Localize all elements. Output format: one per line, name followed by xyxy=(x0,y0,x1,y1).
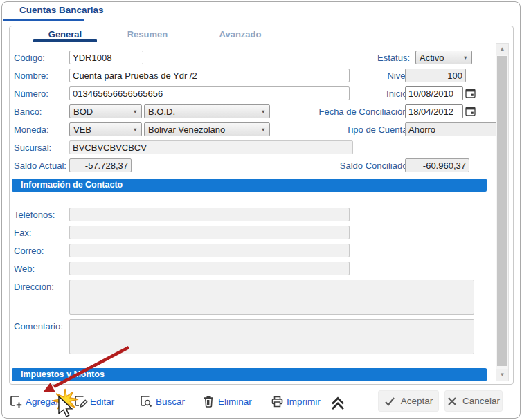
nivel-label: Nivel: xyxy=(292,71,410,81)
nivel-input[interactable] xyxy=(405,69,466,82)
numero-label: Número: xyxy=(14,89,48,99)
chevron-down-icon: ▼ xyxy=(261,127,266,133)
calendar-icon[interactable] xyxy=(465,106,476,116)
printer-icon[interactable] xyxy=(270,394,285,409)
buscar-button[interactable]: Buscar xyxy=(156,396,185,407)
saldo-conciliado-label: Saldo Conciliado: xyxy=(292,161,410,171)
correo-input[interactable] xyxy=(69,244,350,257)
estatus-value: Activo xyxy=(420,53,444,63)
banco-code-value: BOD xyxy=(73,107,93,117)
codigo-label: Código: xyxy=(14,53,45,63)
window-title-underline xyxy=(3,19,84,21)
check-icon xyxy=(384,396,395,406)
moneda-name-dropdown[interactable]: Bolivar Venezolano ▼ xyxy=(144,122,270,136)
eliminar-button[interactable]: Eliminar xyxy=(218,396,252,407)
scroll-up-button[interactable]: ▲ xyxy=(496,44,508,55)
inicio-label: Inicio: xyxy=(292,89,410,99)
imprimir-button[interactable]: Imprimir xyxy=(287,396,321,407)
saldo-actual-input[interactable] xyxy=(69,158,132,172)
scroll-down-button[interactable]: ▼ xyxy=(496,369,508,381)
moneda-code-value: VEB xyxy=(73,125,91,135)
chevron-down-icon: ▼ xyxy=(133,127,138,133)
moneda-code-dropdown[interactable]: VEB ▼ xyxy=(69,122,142,136)
nombre-label: Nombre: xyxy=(14,71,48,81)
fax-label: Fax: xyxy=(14,228,31,238)
section-header-informacion-contacto: Información de Contacto xyxy=(12,179,487,192)
banco-label: Banco: xyxy=(14,107,42,117)
comentario-label: Comentario: xyxy=(14,321,63,331)
tab-resumen[interactable]: Resumen xyxy=(116,29,179,39)
section-header-impuestos-montos: Impuestos y Montos xyxy=(12,368,487,381)
sucursal-input[interactable] xyxy=(69,140,353,154)
close-icon xyxy=(447,396,457,406)
tab-general-underline xyxy=(33,39,97,42)
chevron-down-icon: ▼ xyxy=(463,55,468,61)
agregar-button[interactable]: Agregar xyxy=(26,396,59,407)
tipo-cuenta-label: Tipo de Cuenta: xyxy=(292,125,410,135)
cancelar-button[interactable]: Cancelar xyxy=(444,390,503,412)
sucursal-label: Sucursal: xyxy=(14,143,51,153)
saldo-conciliado-input[interactable] xyxy=(405,158,469,172)
add-icon[interactable] xyxy=(9,394,24,409)
codigo-input[interactable] xyxy=(69,51,143,64)
aceptar-label: Aceptar xyxy=(401,396,433,406)
estatus-dropdown[interactable]: Activo ▼ xyxy=(415,51,472,64)
cancelar-label: Cancelar xyxy=(462,396,500,406)
direccion-label: Dirección: xyxy=(14,282,54,292)
telefonos-input[interactable] xyxy=(69,208,350,221)
moneda-label: Moneda: xyxy=(14,125,49,135)
aceptar-button[interactable]: Aceptar xyxy=(378,390,439,412)
cuentas-bancarias-dialog: Cuentas Bancarias General Resumen Avanza… xyxy=(0,0,522,420)
banco-name-value: B.O.D. xyxy=(148,107,175,117)
edit-icon[interactable] xyxy=(73,394,88,409)
collapse-chevrons-icon[interactable] xyxy=(328,392,348,412)
tab-general[interactable]: General xyxy=(33,29,97,39)
direccion-textarea[interactable] xyxy=(69,280,474,315)
trash-icon[interactable] xyxy=(201,394,216,409)
fax-input[interactable] xyxy=(69,226,350,239)
chevron-down-icon: ▼ xyxy=(133,109,138,115)
scrollbar-thumb[interactable] xyxy=(497,56,507,366)
vertical-scrollbar[interactable]: ▲ ▼ xyxy=(496,43,509,381)
estatus-label: Estatus: xyxy=(292,53,410,63)
moneda-name-value: Bolivar Venezolano xyxy=(148,125,225,135)
web-input[interactable] xyxy=(69,262,350,275)
editar-button[interactable]: Editar xyxy=(90,396,114,407)
chevron-down-icon: ▼ xyxy=(261,109,266,115)
calendar-icon[interactable] xyxy=(465,88,476,98)
inicio-date-input[interactable] xyxy=(405,86,463,100)
search-icon[interactable] xyxy=(139,394,154,409)
tipo-cuenta-input[interactable] xyxy=(405,122,497,136)
tab-avanzado[interactable]: Avanzado xyxy=(208,29,272,39)
window-title-tab[interactable]: Cuentas Bancarias xyxy=(19,5,104,15)
correo-label: Correo: xyxy=(14,246,44,256)
comentario-textarea[interactable] xyxy=(69,319,474,354)
web-label: Web: xyxy=(14,264,35,274)
telefonos-label: Teléfonos: xyxy=(14,210,55,220)
fecha-conciliacion-date-input[interactable] xyxy=(405,104,463,118)
banco-name-dropdown[interactable]: B.O.D. ▼ xyxy=(144,104,270,118)
fecha-conciliacion-label: Fecha de Conciliación: xyxy=(292,107,410,117)
banco-code-dropdown[interactable]: BOD ▼ xyxy=(69,104,142,118)
saldo-actual-label: Saldo Actual: xyxy=(14,161,66,171)
